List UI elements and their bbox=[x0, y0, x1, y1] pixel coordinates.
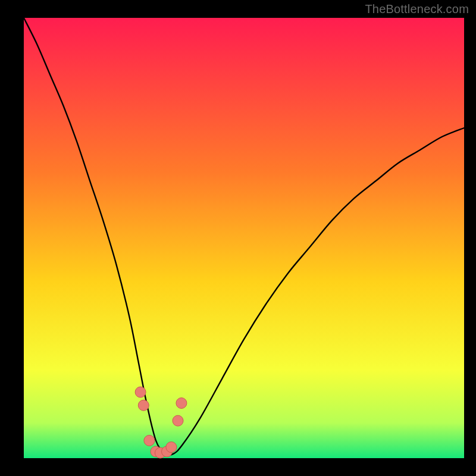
marker-dot bbox=[138, 400, 149, 411]
marker-dot bbox=[166, 442, 177, 453]
plot-background bbox=[24, 18, 464, 458]
bottleneck-chart bbox=[0, 0, 476, 476]
marker-dot bbox=[135, 387, 146, 397]
marker-dot bbox=[144, 435, 155, 446]
marker-dot bbox=[173, 415, 183, 426]
chart-stage: TheBottleneck.com bbox=[0, 0, 476, 476]
watermark-text: TheBottleneck.com bbox=[365, 2, 469, 16]
marker-dot bbox=[176, 398, 187, 409]
